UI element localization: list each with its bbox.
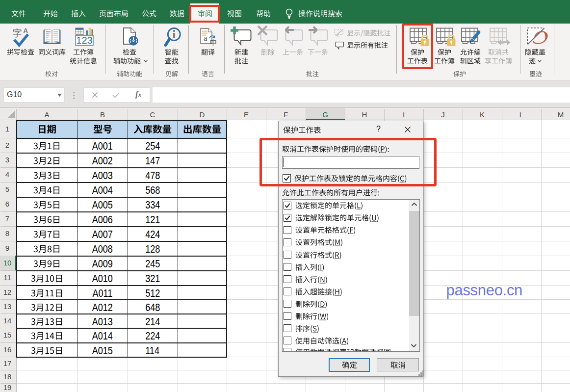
svg-text:123: 123 bbox=[76, 35, 92, 46]
